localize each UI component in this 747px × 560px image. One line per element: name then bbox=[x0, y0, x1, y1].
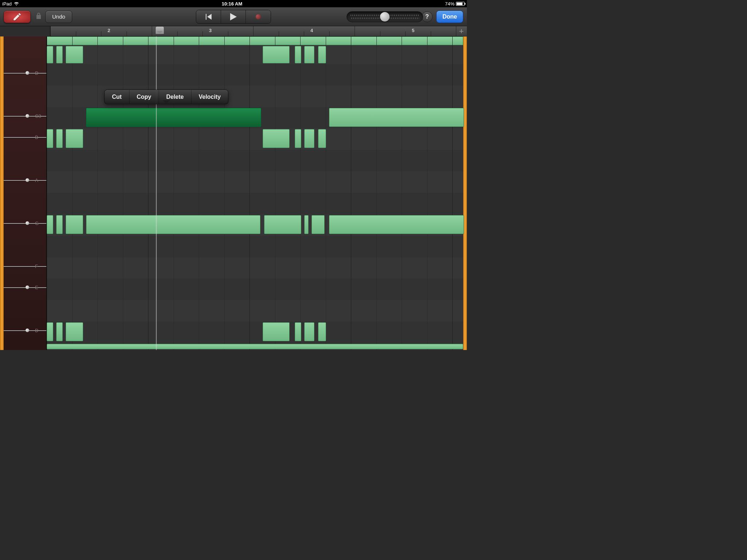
note[interactable] bbox=[66, 129, 83, 148]
note[interactable] bbox=[304, 129, 314, 148]
note[interactable] bbox=[66, 215, 83, 234]
record-button[interactable] bbox=[246, 10, 271, 23]
play-icon bbox=[230, 13, 237, 20]
piano-roll-editor: DC3BAGFED bbox=[0, 36, 467, 350]
fret-label-E: E bbox=[35, 285, 38, 290]
battery-pct: 74% bbox=[445, 1, 454, 7]
lock-icon bbox=[36, 12, 42, 21]
record-icon bbox=[256, 14, 261, 19]
lane-12[interactable] bbox=[47, 300, 463, 322]
note-context-menu: Cut Copy Delete Velocity bbox=[104, 90, 228, 104]
device-label: iPad bbox=[2, 1, 12, 7]
region-header[interactable] bbox=[47, 36, 463, 45]
ruler-mark-2: 2 bbox=[108, 28, 110, 33]
playhead-handle[interactable] bbox=[155, 26, 164, 34]
clock: 10:16 AM bbox=[19, 1, 445, 7]
note[interactable] bbox=[47, 322, 53, 341]
lane-5[interactable] bbox=[47, 150, 463, 171]
fret-label-G: G bbox=[35, 221, 39, 226]
add-bar-button[interactable]: + bbox=[457, 27, 465, 35]
tempo-scrubber[interactable] bbox=[347, 11, 423, 22]
playhead-line bbox=[156, 36, 156, 350]
status-bar: iPad 10:16 AM 74% bbox=[0, 0, 467, 7]
note[interactable] bbox=[66, 322, 83, 341]
menu-cut[interactable]: Cut bbox=[105, 90, 129, 104]
toolbar: Undo ? Done bbox=[0, 7, 467, 26]
note-grid[interactable] bbox=[47, 36, 463, 350]
note[interactable] bbox=[304, 215, 309, 234]
note[interactable] bbox=[263, 322, 290, 341]
note[interactable] bbox=[295, 322, 301, 341]
note[interactable] bbox=[47, 215, 53, 234]
fret-label-D: D bbox=[35, 70, 38, 76]
menu-velocity[interactable]: Velocity bbox=[191, 90, 228, 104]
note[interactable] bbox=[311, 215, 325, 234]
lane-0[interactable] bbox=[47, 45, 463, 64]
fret-label-C3: C3 bbox=[35, 113, 41, 119]
note[interactable] bbox=[47, 46, 53, 63]
fret-dot bbox=[26, 114, 29, 118]
note[interactable] bbox=[47, 344, 463, 349]
note[interactable] bbox=[304, 46, 314, 63]
lane-7[interactable] bbox=[47, 193, 463, 214]
lane-1[interactable] bbox=[47, 64, 463, 86]
battery-icon bbox=[456, 2, 465, 6]
note[interactable] bbox=[56, 129, 63, 148]
ruler-mark-4: 4 bbox=[310, 28, 313, 33]
ruler-mark-5: 5 bbox=[412, 28, 414, 33]
fret-dot bbox=[26, 328, 29, 332]
lane-11[interactable] bbox=[47, 279, 463, 300]
note[interactable] bbox=[86, 215, 260, 234]
lane-6[interactable] bbox=[47, 171, 463, 193]
fret-dot bbox=[26, 221, 29, 225]
pencil-icon bbox=[12, 12, 22, 22]
note[interactable] bbox=[329, 108, 464, 127]
edit-mode-button[interactable] bbox=[4, 11, 31, 23]
scrubber-knob[interactable] bbox=[380, 12, 390, 22]
wifi-icon bbox=[14, 1, 19, 7]
note-selected[interactable] bbox=[86, 108, 261, 127]
note[interactable] bbox=[329, 215, 464, 234]
skip-back-icon bbox=[205, 14, 212, 20]
fret-dot bbox=[26, 178, 29, 182]
note[interactable] bbox=[318, 46, 326, 63]
undo-button[interactable]: Undo bbox=[45, 11, 72, 23]
lane-13[interactable] bbox=[47, 322, 463, 343]
note[interactable] bbox=[56, 322, 63, 341]
fretboard: DC3BAGFED bbox=[4, 36, 47, 350]
fret-label-F: F bbox=[35, 264, 38, 269]
done-button[interactable]: Done bbox=[436, 11, 463, 23]
fret-dot bbox=[26, 285, 29, 289]
note[interactable] bbox=[318, 322, 326, 341]
lane-10[interactable] bbox=[47, 257, 463, 279]
menu-delete[interactable]: Delete bbox=[159, 90, 191, 104]
note[interactable] bbox=[304, 322, 314, 341]
menu-copy[interactable]: Copy bbox=[129, 90, 159, 104]
region-edge-right bbox=[463, 36, 467, 350]
fret-label-A: A bbox=[35, 178, 38, 183]
fret-label-D: D bbox=[35, 328, 38, 333]
note[interactable] bbox=[56, 215, 63, 234]
note[interactable] bbox=[56, 46, 63, 63]
ruler-mark-3: 3 bbox=[209, 28, 212, 33]
note[interactable] bbox=[263, 46, 290, 63]
fret-label-B: B bbox=[35, 135, 38, 140]
note[interactable] bbox=[66, 46, 83, 63]
lane-9[interactable] bbox=[47, 236, 463, 257]
region-edge-left bbox=[0, 36, 4, 350]
ruler-row: + 2345 bbox=[0, 26, 467, 36]
note[interactable] bbox=[263, 129, 290, 148]
note[interactable] bbox=[264, 215, 301, 234]
note[interactable] bbox=[295, 46, 301, 63]
note[interactable] bbox=[318, 129, 326, 148]
note[interactable] bbox=[47, 129, 53, 148]
ruler[interactable]: + 2345 bbox=[50, 26, 467, 36]
help-button[interactable]: ? bbox=[422, 11, 433, 22]
fret-dot bbox=[26, 71, 29, 75]
play-button[interactable] bbox=[221, 10, 246, 23]
transport-controls bbox=[196, 10, 271, 24]
lane-4[interactable] bbox=[47, 128, 463, 150]
rewind-button[interactable] bbox=[196, 10, 221, 23]
note[interactable] bbox=[295, 129, 301, 148]
